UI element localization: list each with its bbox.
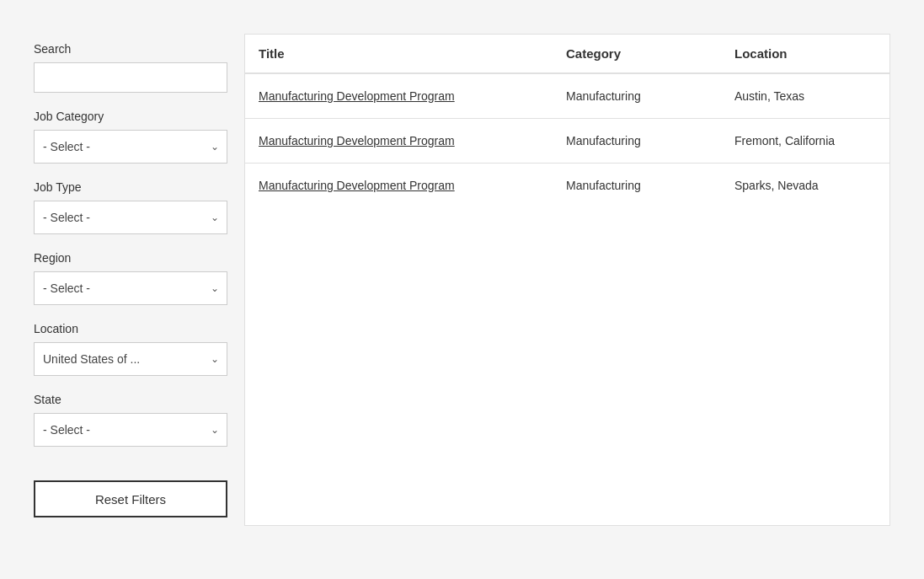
region-select[interactable]: - Select -	[34, 271, 227, 305]
job-category-label: Job Category	[34, 110, 227, 123]
state-section: State - Select - ⌄	[34, 393, 227, 447]
row-1-category: Manufacturing	[553, 74, 721, 118]
row-2-category: Manufacturing	[553, 119, 721, 163]
search-input[interactable]	[34, 62, 227, 93]
row-2-location: Fremont, California	[721, 119, 889, 163]
job-type-label: Job Type	[34, 180, 227, 194]
row-1-location: Austin, Texas	[721, 74, 889, 118]
region-section: Region - Select - ⌄	[34, 251, 227, 305]
job-category-wrapper: - Select - ⌄	[34, 130, 227, 164]
row-2-title: Manufacturing Development Program	[245, 119, 553, 163]
column-category: Category	[553, 35, 721, 72]
state-label: State	[34, 393, 227, 406]
sidebar: Search Job Category - Select - ⌄ Job Typ…	[34, 34, 227, 526]
state-wrapper: - Select - ⌄	[34, 413, 227, 447]
region-label: Region	[34, 251, 227, 265]
job-category-select[interactable]: - Select -	[34, 130, 227, 164]
job-type-select[interactable]: - Select -	[34, 201, 227, 234]
reset-filters-button[interactable]: Reset Filters	[34, 480, 227, 517]
job-link[interactable]: Manufacturing Development Program	[259, 89, 455, 103]
table-row: Manufacturing Development Program Manufa…	[245, 119, 889, 164]
page-wrapper: Search Job Category - Select - ⌄ Job Typ…	[17, 17, 907, 543]
job-category-section: Job Category - Select - ⌄	[34, 110, 227, 164]
state-select[interactable]: - Select -	[34, 413, 227, 447]
job-link[interactable]: Manufacturing Development Program	[259, 179, 455, 192]
location-section: Location United States of ... ⌄	[34, 322, 227, 376]
location-select[interactable]: United States of ...	[34, 342, 227, 376]
job-type-section: Job Type - Select - ⌄	[34, 180, 227, 234]
row-3-location: Sparks, Nevada	[721, 164, 889, 207]
table-header: Title Category Location	[245, 35, 889, 74]
table-row: Manufacturing Development Program Manufa…	[245, 164, 889, 207]
search-section: Search	[34, 42, 227, 93]
job-type-wrapper: - Select - ⌄	[34, 201, 227, 234]
column-title: Title	[245, 35, 553, 72]
table-row: Manufacturing Development Program Manufa…	[245, 74, 889, 119]
location-wrapper: United States of ... ⌄	[34, 342, 227, 376]
job-link[interactable]: Manufacturing Development Program	[259, 134, 455, 147]
column-location: Location	[721, 35, 889, 72]
row-3-category: Manufacturing	[553, 164, 721, 207]
region-wrapper: - Select - ⌄	[34, 271, 227, 305]
row-1-title: Manufacturing Development Program	[245, 74, 553, 118]
search-label: Search	[34, 42, 227, 56]
results-table: Title Category Location Manufacturing De…	[244, 34, 890, 526]
location-label: Location	[34, 322, 227, 335]
row-3-title: Manufacturing Development Program	[245, 164, 553, 207]
